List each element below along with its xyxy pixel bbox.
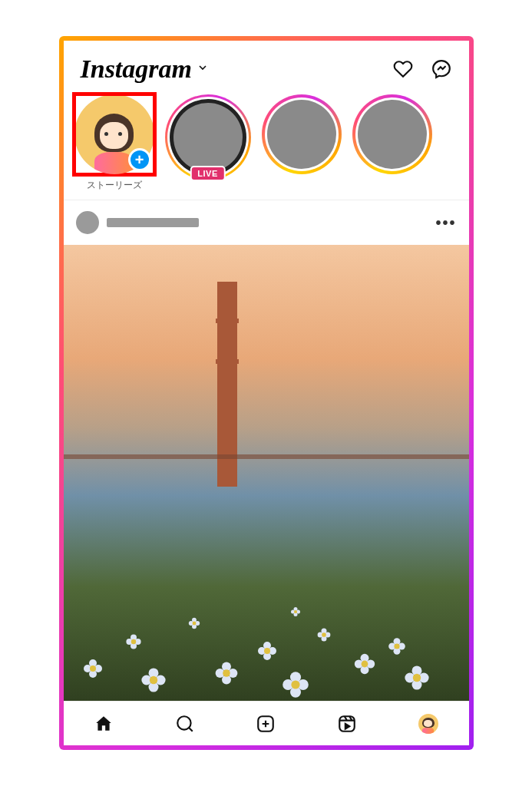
my-story[interactable]: + ストーリーズ — [74, 94, 154, 192]
my-story-label: ストーリーズ — [87, 179, 142, 192]
svg-point-0 — [177, 716, 190, 729]
nav-create-icon[interactable] — [255, 713, 276, 735]
nav-home-icon[interactable] — [93, 713, 114, 735]
gradient-frame: Instagram — [59, 36, 474, 750]
story-item[interactable] — [262, 94, 342, 192]
header: Instagram — [64, 41, 469, 90]
story-live[interactable]: LIVE — [165, 94, 251, 192]
story-avatar — [267, 100, 336, 169]
story-avatar — [173, 103, 243, 172]
nav-profile-icon[interactable] — [418, 713, 439, 735]
story-avatar — [358, 100, 427, 169]
chevron-down-icon[interactable] — [197, 61, 209, 77]
post-more-icon[interactable]: ••• — [435, 214, 456, 232]
post-image[interactable] — [64, 245, 469, 701]
story-item[interactable] — [352, 94, 432, 192]
instagram-logo[interactable]: Instagram — [81, 54, 193, 84]
post-header: ••• — [64, 200, 469, 245]
post-author-name-placeholder[interactable] — [107, 218, 199, 227]
svg-rect-2 — [339, 716, 355, 732]
post-author-avatar[interactable] — [76, 211, 99, 234]
nav-search-icon[interactable] — [174, 713, 196, 735]
bottom-nav — [64, 701, 469, 745]
feed-post: ••• — [64, 200, 469, 701]
activity-heart-icon[interactable] — [392, 58, 414, 80]
nav-reels-icon[interactable] — [336, 713, 358, 735]
add-story-icon[interactable]: + — [128, 148, 151, 171]
messenger-icon[interactable] — [431, 58, 452, 80]
live-badge: LIVE — [190, 166, 225, 181]
stories-row[interactable]: + ストーリーズ LIVE — [64, 90, 469, 200]
header-left[interactable]: Instagram — [81, 54, 210, 84]
app-screen: Instagram — [64, 41, 469, 745]
